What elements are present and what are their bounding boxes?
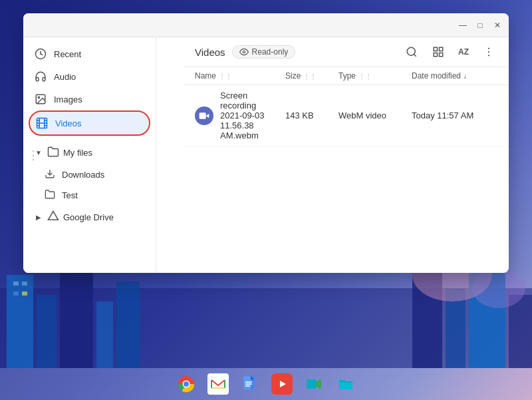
svg-marker-52	[316, 379, 321, 389]
grid-view-button[interactable]	[429, 43, 448, 61]
download-icon	[45, 168, 55, 181]
svg-rect-1	[7, 275, 33, 368]
taskbar-docs[interactable]	[239, 373, 261, 395]
svg-marker-39	[206, 113, 209, 118]
file-size-cell: 143 KB	[285, 110, 338, 120]
sidebar: Recent Audio	[23, 37, 156, 273]
svg-point-42	[184, 381, 189, 387]
svg-rect-32	[434, 47, 437, 51]
sidebar-divider	[23, 136, 156, 141]
svg-rect-10	[13, 282, 19, 286]
myfiles-label: My files	[63, 148, 92, 158]
folder-icon	[47, 146, 59, 160]
sidebar-item-myfiles[interactable]: ▼ My files	[23, 141, 156, 164]
table-row[interactable]: Screen recording 2021-09-03 11.56.38 AM.…	[184, 85, 509, 146]
svg-rect-5	[116, 282, 140, 368]
svg-point-15	[472, 268, 525, 308]
taskbar	[0, 368, 532, 400]
sidebar-item-downloads[interactable]: Downloads	[23, 164, 156, 185]
sidebar-item-recent[interactable]: Recent	[23, 43, 156, 65]
section-title: Videos	[195, 47, 225, 58]
sort-button[interactable]: AZ	[456, 43, 471, 61]
file-thumbnail	[195, 106, 213, 125]
svg-rect-35	[440, 53, 443, 57]
col-header-size[interactable]: Size ⋮⋮	[285, 71, 338, 81]
sidebar-item-audio[interactable]: Audio	[23, 65, 156, 88]
col-header-date[interactable]: Date modified ↓	[412, 71, 498, 81]
file-name-cell: Screen recording 2021-09-03 11.56.38 AM.…	[220, 91, 285, 140]
file-type-cell: WebM video	[338, 110, 412, 120]
svg-rect-12	[13, 292, 19, 296]
file-list-header: Name ⋮⋮ Size ⋮⋮ Type ⋮⋮ Date modified ↓	[184, 67, 509, 85]
svg-point-30	[407, 47, 415, 55]
toolbar-actions: AZ	[402, 43, 498, 61]
maximize-button[interactable]: □	[474, 19, 486, 31]
svg-rect-33	[440, 47, 443, 51]
col-header-name[interactable]: Name ⋮⋮	[195, 71, 285, 81]
test-label: Test	[62, 190, 78, 200]
sidebar-item-videos[interactable]: Videos	[29, 110, 150, 136]
svg-point-29	[243, 51, 245, 53]
taskbar-gmail[interactable]	[207, 373, 229, 395]
sidebar-images-label: Images	[54, 95, 82, 104]
file-date-cell: Today 11:57 AM	[412, 110, 498, 120]
content-toolbar: Videos Read-only	[184, 37, 509, 67]
svg-rect-51	[307, 379, 316, 389]
more-options-button[interactable]	[479, 43, 498, 61]
size-sort-icon: ⋮⋮	[303, 73, 317, 80]
sidebar-audio-label: Audio	[54, 72, 76, 82]
svg-line-31	[414, 54, 416, 56]
downloads-label: Downloads	[62, 170, 104, 180]
googledrive-label: Google Drive	[63, 212, 114, 222]
svg-rect-13	[22, 292, 27, 296]
svg-point-38	[488, 55, 489, 56]
sidebar-item-googledrive[interactable]: ▶ Google Drive	[23, 206, 156, 229]
svg-point-36	[488, 48, 489, 49]
readonly-label: Read-only	[252, 47, 289, 57]
search-button[interactable]	[402, 43, 421, 61]
taskbar-chrome[interactable]	[176, 373, 197, 395]
sidebar-resize-handle[interactable]: ⋮⋮	[23, 37, 41, 273]
svg-rect-2	[37, 295, 57, 368]
type-sort-icon: ⋮⋮	[358, 73, 372, 80]
taskbar-youtube[interactable]	[271, 373, 293, 395]
svg-rect-3	[60, 262, 93, 368]
main-content: Videos Read-only	[184, 37, 509, 273]
sidebar-item-test[interactable]: Test	[23, 185, 156, 206]
date-sort-icon: ↓	[464, 73, 467, 80]
eye-icon	[239, 47, 249, 57]
minimize-button[interactable]: —	[457, 19, 469, 31]
taskbar-files[interactable]	[335, 373, 356, 395]
svg-marker-28	[49, 212, 59, 220]
sidebar-recent-label: Recent	[54, 49, 81, 59]
svg-rect-40	[200, 112, 206, 118]
svg-rect-4	[96, 301, 113, 368]
drive-icon	[47, 210, 59, 224]
svg-rect-45	[243, 376, 251, 389]
sidebar-videos-label: Videos	[55, 118, 82, 128]
readonly-badge: Read-only	[232, 45, 296, 59]
sidebar-item-images[interactable]: Images	[23, 88, 156, 110]
svg-rect-9	[509, 295, 532, 368]
svg-point-37	[488, 51, 489, 53]
col-header-type[interactable]: Type ⋮⋮	[338, 71, 412, 81]
svg-rect-11	[22, 282, 27, 286]
title-bar: — □ ✕	[23, 13, 509, 37]
file-list: Name ⋮⋮ Size ⋮⋮ Type ⋮⋮ Date modified ↓	[184, 67, 509, 273]
close-button[interactable]: ✕	[491, 19, 503, 31]
name-sort-icon: ⋮⋮	[219, 73, 232, 80]
taskbar-meet[interactable]	[303, 373, 325, 395]
window-body: Recent Audio	[23, 37, 509, 273]
window-controls: — □ ✕	[457, 19, 503, 31]
svg-rect-34	[434, 53, 437, 57]
folder-small-icon	[45, 189, 55, 202]
file-manager-window: — □ ✕ Recent	[23, 13, 509, 273]
